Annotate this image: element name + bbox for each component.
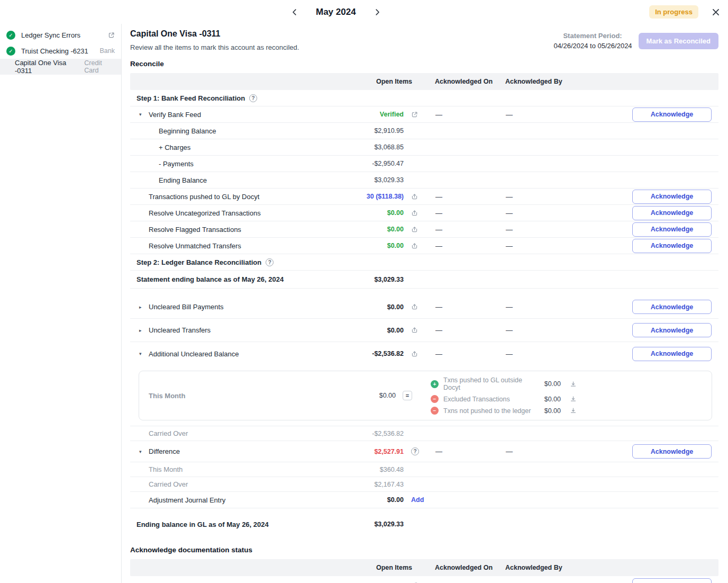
verify-status-value: Verified bbox=[324, 111, 404, 118]
download-icon[interactable] bbox=[561, 407, 577, 414]
sidebar-item-capital-one-visa[interactable]: Capital One Visa -0311 Credit Card bbox=[0, 59, 121, 75]
push-icon[interactable] bbox=[411, 226, 418, 233]
acknowledge-button[interactable]: Acknowledge bbox=[632, 578, 712, 583]
main-content: Capital One Visa -0311 Review all the it… bbox=[122, 24, 728, 583]
panel-value: $0.00 bbox=[316, 392, 396, 399]
row-beginning-balance: Beginning Balance $2,910.95 bbox=[130, 123, 718, 139]
acknowledge-button[interactable]: Acknowledge bbox=[632, 300, 712, 314]
acknowledged-by-value: — bbox=[497, 447, 572, 455]
help-icon[interactable]: ? bbox=[411, 447, 419, 455]
check-circle-icon: ✓ bbox=[6, 47, 15, 56]
help-icon[interactable]: ? bbox=[266, 258, 274, 266]
push-icon[interactable] bbox=[411, 327, 418, 334]
row-carried-over: Carried Over -$2,536.82 bbox=[130, 426, 718, 441]
row-value: $3,029.33 bbox=[324, 521, 404, 528]
row-uncleared-bill-payments: ▸ Uncleared Bill Payments $0.00 — — Ackn… bbox=[130, 295, 718, 319]
top-bar: May 2024 In progress bbox=[0, 0, 728, 24]
difference-value: $2,527.91 bbox=[324, 448, 404, 455]
acknowledged-by-value: — bbox=[497, 350, 572, 358]
open-items-value: $0.00 bbox=[324, 327, 404, 334]
panel-item-excluded-transactions: − Excluded Transactions $0.00 bbox=[431, 395, 578, 403]
external-link-icon[interactable] bbox=[108, 32, 115, 39]
row-label: Adjustment Journal Entry bbox=[130, 496, 324, 504]
panel-label: This Month bbox=[139, 392, 316, 400]
external-link-icon[interactable] bbox=[411, 111, 418, 118]
step2-title-row: Step 2: Ledger Balance Reconciliation ? bbox=[130, 254, 718, 271]
reconcile-section-title: Reconcile bbox=[130, 60, 718, 68]
previous-month-button[interactable] bbox=[288, 6, 301, 19]
table-header: Open Items Acknowledged On Acknowledged … bbox=[130, 73, 718, 90]
row-label: Verify Bank Feed bbox=[149, 111, 201, 119]
row-label: Beginning Balance bbox=[130, 127, 324, 135]
add-journal-entry-link[interactable]: Add bbox=[411, 496, 424, 504]
row-statement-ending-balance: Statement ending balance as of May 26, 2… bbox=[130, 271, 718, 289]
reconcile-table: Open Items Acknowledged On Acknowledged … bbox=[130, 73, 718, 533]
row-transactions-pushed-to-gl: Transactions pushed to GL by Docyt 30 ($… bbox=[130, 189, 718, 205]
row-resolve-uncategorized: Resolve Uncategorized Transactions $0.00… bbox=[130, 205, 718, 221]
row-value: $360.48 bbox=[324, 466, 404, 473]
acknowledge-button[interactable]: Acknowledge bbox=[632, 239, 712, 253]
push-icon[interactable] bbox=[411, 210, 418, 217]
push-icon[interactable] bbox=[411, 193, 418, 200]
open-items-value: $0.00 bbox=[324, 303, 404, 311]
push-icon[interactable] bbox=[411, 351, 418, 357]
close-icon[interactable] bbox=[710, 6, 722, 18]
sidebar-item-truist-checking[interactable]: ✓ Truist Checking -6231 Bank bbox=[0, 43, 121, 59]
acknowledged-on-value: — bbox=[427, 226, 497, 234]
chevron-right-icon[interactable]: ▸ bbox=[139, 328, 144, 333]
acknowledge-button[interactable]: Acknowledge bbox=[632, 323, 712, 337]
next-month-button[interactable] bbox=[371, 6, 384, 19]
acknowledge-button[interactable]: Acknowledge bbox=[632, 347, 712, 361]
row-difference-carried-over: Carried Over $2,167.43 bbox=[130, 477, 718, 492]
push-icon[interactable] bbox=[411, 303, 418, 310]
row-label: Carried Over bbox=[130, 429, 324, 437]
row-value: $3,068.85 bbox=[324, 143, 404, 151]
row-ending-balance: Ending Balance $3,029.33 bbox=[130, 172, 718, 189]
download-icon[interactable] bbox=[561, 381, 577, 388]
open-items-link[interactable]: 30 ($118.38) bbox=[324, 193, 404, 200]
help-icon[interactable]: ? bbox=[249, 94, 257, 102]
row-label: Ending Balance bbox=[130, 176, 324, 184]
push-icon[interactable] bbox=[411, 243, 418, 249]
chevron-down-icon[interactable]: ▾ bbox=[139, 112, 144, 117]
month-title: May 2024 bbox=[316, 7, 356, 17]
mark-as-reconciled-button[interactable]: Mark as Reconciled bbox=[639, 33, 718, 49]
panel-item-label: Txns not pushed to the ledger bbox=[443, 407, 532, 415]
acknowledged-on-value: — bbox=[427, 111, 497, 119]
statement-period-label: Statement Period: bbox=[553, 31, 632, 41]
step1-title-row: Step 1: Bank Feed Reconciliation ? bbox=[130, 90, 718, 106]
chevron-down-icon[interactable]: ▾ bbox=[139, 449, 144, 454]
download-icon[interactable] bbox=[561, 396, 577, 402]
row-undocumented-transactions: Undocumented Transactions 11 (-$948.97) … bbox=[130, 576, 718, 583]
row-label: This Month bbox=[130, 465, 324, 473]
column-open-items: Open Items bbox=[324, 564, 412, 571]
acknowledge-button[interactable]: Acknowledge bbox=[632, 107, 712, 122]
row-value: $2,167.43 bbox=[324, 481, 404, 488]
table-header: Open Items Acknowledged On Acknowledged … bbox=[130, 559, 718, 576]
row-resolve-flagged: Resolve Flagged Transactions $0.00 — — A… bbox=[130, 221, 718, 238]
account-type-label: Bank bbox=[100, 47, 115, 55]
acknowledged-on-value: — bbox=[427, 350, 497, 358]
acknowledge-button[interactable]: Acknowledge bbox=[632, 190, 712, 204]
row-label: Carried Over bbox=[130, 480, 324, 488]
row-label: Resolve Uncategorized Transactions bbox=[130, 209, 324, 217]
panel-item-txns-not-pushed: − Txns not pushed to the ledger $0.00 bbox=[431, 407, 578, 415]
page-subtitle: Review all the items to mark this accoun… bbox=[130, 43, 299, 51]
row-label: Transactions pushed to GL by Docyt bbox=[130, 193, 324, 201]
panel-item-value: $0.00 bbox=[532, 380, 561, 388]
acknowledge-button[interactable]: Acknowledge bbox=[632, 222, 712, 237]
acknowledged-by-value: — bbox=[497, 242, 572, 250]
sidebar-item-label: Capital One Visa -0311 bbox=[15, 59, 78, 75]
acknowledged-by-value: — bbox=[497, 226, 572, 234]
acknowledge-button[interactable]: Acknowledge bbox=[632, 206, 712, 220]
acknowledged-by-value: — bbox=[497, 193, 572, 201]
chevron-down-icon[interactable]: ▾ bbox=[139, 351, 144, 356]
row-label: Resolve Flagged Transactions bbox=[130, 226, 324, 234]
sidebar-item-ledger-sync-errors[interactable]: ✓ Ledger Sync Errors bbox=[0, 27, 121, 43]
acknowledge-button[interactable]: Acknowledge bbox=[632, 444, 712, 459]
chevron-right-icon[interactable]: ▸ bbox=[139, 304, 144, 310]
open-items-value: $0.00 bbox=[324, 242, 404, 249]
row-label: Resolve Unmatched Transfers bbox=[130, 242, 324, 250]
panel-item-label: Excluded Transactions bbox=[443, 396, 532, 403]
statement-period: Statement Period: 04/26/2024 to 05/26/20… bbox=[553, 31, 632, 51]
